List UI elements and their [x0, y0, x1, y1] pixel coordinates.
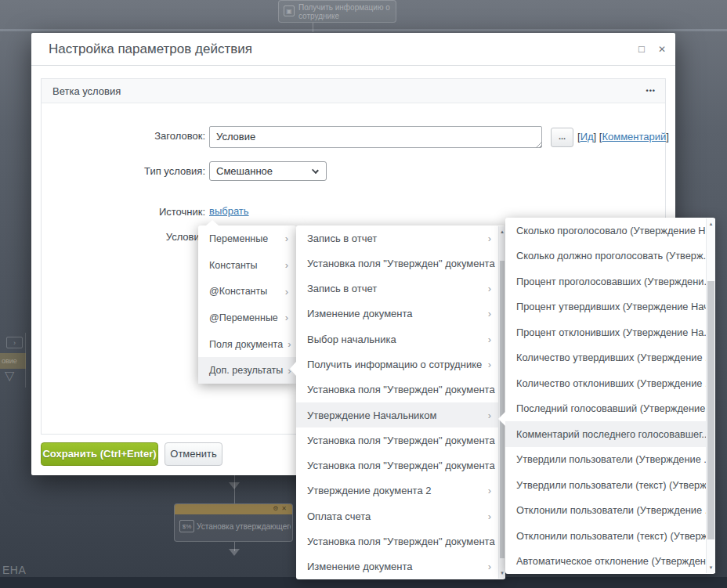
panel-header: Ветка условия •••	[42, 79, 665, 103]
condition-type-value: Смешанное	[216, 165, 273, 177]
source-select-link[interactable]: выбрать	[209, 205, 249, 217]
script-icon: $%	[179, 520, 194, 532]
menu-item-label: Переменные	[209, 233, 268, 244]
menu-item[interactable]: Утверждение документа 2›	[296, 478, 505, 503]
activity-icon: ▣	[284, 5, 295, 16]
menu-item[interactable]: Установка поля "Утвержден" документа›	[296, 453, 505, 478]
menu-item[interactable]: Количество утвердивших (Утверждение ...	[505, 345, 715, 371]
scrollbar[interactable]: ▴ ▾	[706, 218, 715, 573]
submenu-chevron-icon: ›	[488, 233, 491, 244]
menu-item[interactable]: Доп. результаты›	[198, 357, 296, 384]
scrollbar[interactable]: ▴ ▾	[498, 226, 505, 579]
maximize-button[interactable]: □	[633, 33, 650, 66]
menu-item[interactable]: Комментарий последнего голосовавшег...	[505, 421, 715, 447]
menu-item[interactable]: Утвердили пользователи (Утверждение ...	[505, 447, 715, 473]
menu-item[interactable]: Запись в отчет›	[296, 225, 505, 251]
menu-item-label: Установка поля "Утвержден" документа	[307, 384, 495, 395]
menu-item[interactable]: Процент отклонивших (Утверждение На...	[505, 319, 715, 345]
source-menu-level2: ▴ ▾ Запись в отчет›Установка поля "Утвер…	[296, 225, 505, 579]
menu-item[interactable]: Изменение документа›	[296, 554, 505, 579]
id-link[interactable]: Ид	[581, 131, 594, 142]
close-icon: ✕	[281, 505, 290, 512]
dialog-titlebar: Настройка параметров действия □ ✕	[31, 33, 675, 66]
cancel-button[interactable]: Отменить	[165, 442, 222, 466]
save-button[interactable]: Сохранить (Ctrl+Enter)	[41, 442, 158, 466]
bracket: ]	[666, 131, 669, 142]
chevron-down-icon	[312, 167, 319, 174]
menu-item[interactable]: Переменные›	[198, 225, 296, 252]
menu-item[interactable]: Установка поля "Утвержден" документа›	[296, 251, 505, 276]
title-input[interactable]: Условие	[209, 126, 542, 148]
menu-item-label: Последний голосовавший (Утверждение ...	[516, 402, 715, 414]
menu-item-label: Оплата счета	[307, 510, 371, 522]
ellipsis-button[interactable]: ...	[551, 128, 573, 147]
scroll-down-icon[interactable]: ▾	[499, 569, 505, 577]
menu-item-label: Отклонили пользователи (текст) (Утверж..…	[516, 530, 715, 542]
panel-title: Ветка условия	[52, 79, 121, 103]
menu-item-label: @Константы	[209, 286, 267, 297]
menu-item[interactable]: Процент утвердивших (Утверждение Нач...	[505, 294, 715, 320]
menu-item[interactable]: @Переменные›	[198, 305, 296, 331]
submenu-chevron-icon: ›	[285, 312, 288, 323]
menu-item[interactable]: Установка поля "Утвержден" документа›	[296, 377, 505, 402]
menu-item-label: Отклонили пользователи (Утверждение ...	[516, 504, 713, 516]
condition-type-select[interactable]: Смешанное	[209, 161, 327, 181]
submenu-chevron-icon: ›	[285, 233, 288, 244]
submenu-chevron-icon: ›	[488, 283, 491, 294]
menu-item[interactable]: Отклонили пользователи (Утверждение ...	[505, 498, 715, 524]
source-menu-level1: Переменные›Константы›@Константы›@Перемен…	[198, 225, 296, 384]
page-title: Настройка параметров действия	[49, 33, 252, 66]
bg-node-label: Получить информацию осотруднике	[298, 3, 390, 20]
menu-item[interactable]: Оплата счета›	[296, 503, 505, 528]
menu-item[interactable]: Установка поля "Утвержден" документа›	[296, 528, 505, 554]
bg-node-partial: › овие ▽	[0, 333, 27, 388]
condition-type-label: Тип условия:	[31, 165, 205, 177]
menu-item-label: Константы	[209, 260, 258, 271]
scroll-up-icon[interactable]: ▴	[499, 228, 505, 236]
menu-item-label: Количество отклонивших (Утверждение ...	[516, 377, 714, 389]
menu-item[interactable]: @Константы›	[198, 278, 296, 305]
menu-item[interactable]: Последний голосовавший (Утверждение ...	[505, 396, 715, 422]
scroll-up-icon[interactable]: ▴	[707, 220, 715, 228]
menu-item[interactable]: Установка поля "Утвержден" документа›	[296, 427, 505, 453]
menu-item[interactable]: Отклонили пользователи (текст) (Утверж..…	[505, 523, 715, 549]
menu-item-label: Установка поля "Утвержден" документа	[307, 258, 495, 269]
panel-menu-button[interactable]: •••	[646, 79, 656, 103]
menu-item[interactable]: Выбор начальника›	[296, 326, 505, 352]
menu-item[interactable]: Утвердили пользователи (текст) (Утверж..…	[505, 472, 715, 498]
menu-item-label: Комментарий последнего голосовавшег...	[516, 428, 710, 440]
bg-node-get-employee-info: ▣ Получить информацию осотруднике	[278, 0, 396, 23]
menu-item-label: @Переменные	[209, 312, 278, 323]
bg-connector	[313, 23, 313, 32]
menu-item[interactable]: Запись в отчет›	[296, 276, 505, 301]
menu-item[interactable]: Поля документа›	[198, 331, 296, 358]
backdrop-band	[0, 29, 727, 31]
scrollbar-thumb[interactable]	[500, 261, 505, 558]
menu-item[interactable]: Сколько проголосовало (Утверждение Н...	[505, 218, 715, 243]
close-button[interactable]: ✕	[653, 33, 671, 66]
condition-label: Условие	[31, 231, 205, 243]
menu-item[interactable]: Количество отклонивших (Утверждение ...	[505, 370, 715, 396]
menu-item-label: Выбор начальника	[307, 334, 396, 345]
menu-callout-left	[290, 362, 296, 376]
menu-item[interactable]: Процент проголосовавших (Утверждени...	[505, 269, 715, 294]
menu-item[interactable]: Получить информацию о сотруднике›	[296, 352, 505, 377]
menu-item-label: Установка поля "Утвержден" документа	[307, 460, 495, 471]
menu-item[interactable]: Изменение документа›	[296, 301, 505, 326]
scroll-down-icon[interactable]: ▾	[707, 564, 715, 572]
menu-item[interactable]: Автоматическое отклонение (Утвержден...	[505, 549, 715, 575]
menu-item[interactable]: Сколько должно проголосовать (Утверж...	[505, 243, 715, 269]
menu-item-label: Установка поля "Утвержден" документа	[307, 435, 495, 446]
links-row: [Ид] [Комментарий]	[577, 131, 669, 142]
submenu-chevron-icon: ›	[488, 485, 491, 496]
source-menu-level3: ▴ ▾ Сколько проголосовало (Утверждение Н…	[505, 218, 715, 574]
menu-item-label: Процент проголосовавших (Утверждени...	[516, 276, 712, 287]
menu-item-label: Утверждение документа 2	[307, 485, 431, 496]
bg-connector	[234, 475, 235, 503]
bracket: ]	[594, 131, 597, 142]
scrollbar-thumb[interactable]	[707, 281, 714, 539]
menu-callout-left	[498, 412, 505, 426]
menu-item[interactable]: Константы›	[198, 252, 296, 279]
comment-link[interactable]: Комментарий	[602, 131, 666, 142]
menu-item[interactable]: Утверждение Начальником›	[296, 402, 505, 427]
